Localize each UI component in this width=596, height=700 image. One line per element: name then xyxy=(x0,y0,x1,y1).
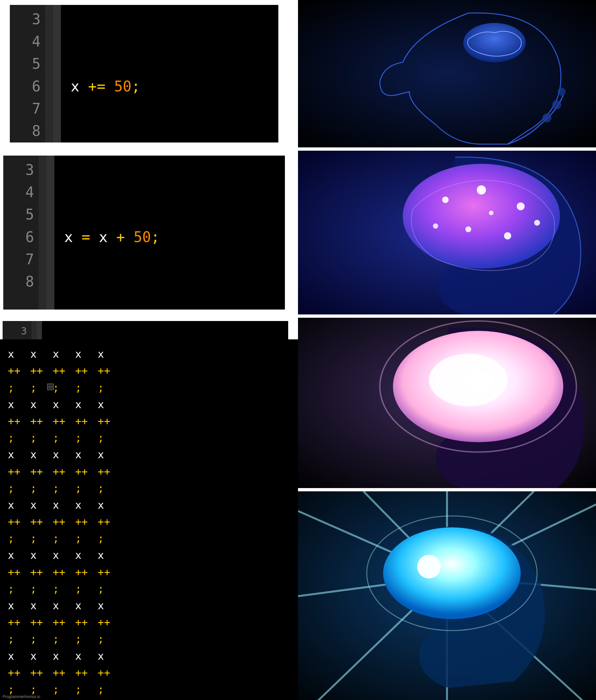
xpp-column: x++;x++;x++;x++;x++;x++;x++;x++;x++;x++; xyxy=(27,344,47,700)
svg-point-10 xyxy=(465,226,471,232)
svg-point-8 xyxy=(477,185,486,195)
meme-row-2: 3 4 5 6 7 8 x = x + 50; xyxy=(0,151,596,318)
xpp-line: x++; xyxy=(53,396,66,447)
xpp-line: x++; xyxy=(30,497,43,547)
svg-point-11 xyxy=(504,232,511,240)
brain-panel-2 xyxy=(298,151,596,315)
xpp-line: x++; xyxy=(98,648,110,698)
svg-point-2 xyxy=(542,113,551,123)
xpp-line: x++; xyxy=(30,547,43,598)
svg-point-13 xyxy=(534,220,540,226)
xpp-line: x++; xyxy=(98,447,110,497)
line-gutter: 3 4 5 6 7 8 xyxy=(10,5,45,143)
xpp-line: x++; xyxy=(53,497,66,547)
svg-point-6 xyxy=(403,164,560,269)
line-gutter: 3 4 5 6 7 8 xyxy=(3,156,38,309)
code-panel-2: 3 4 5 6 7 8 x = x + 50; xyxy=(0,151,298,315)
xpp-line: x++; xyxy=(75,497,88,547)
xpp-line: x++; xyxy=(8,447,21,497)
xpp-line: x++; xyxy=(75,698,88,700)
xpp-line: x++; xyxy=(75,547,88,598)
code-panel-4: x++;x++;x++;x++;x++;x++;x++;x++;x++;x++;… xyxy=(0,491,298,700)
code-area: x = x + 50; xyxy=(54,156,285,309)
code-area: x += 50; xyxy=(61,5,278,143)
xpp-line: x++; xyxy=(98,497,110,547)
xpp-line: x++; xyxy=(75,396,88,447)
svg-point-30 xyxy=(383,527,521,619)
xpp-line: x++; xyxy=(53,547,66,598)
xpp-line: x++; xyxy=(98,346,110,396)
xpp-column: x++;x++;x++;x++;x++;x++;x++;x++;x++;x++; xyxy=(5,344,24,700)
svg-point-4 xyxy=(558,88,566,96)
watermark: ProgrammerHumor.io xyxy=(1,694,42,699)
svg-point-18 xyxy=(429,354,508,406)
xpp-line: x++; xyxy=(30,396,43,447)
xpp-line: x++; xyxy=(75,447,88,497)
xpp-line: x++; xyxy=(30,346,43,396)
xpp-line: x++; xyxy=(53,447,66,497)
brain-panel-1 xyxy=(298,0,596,147)
brain-panel-4 xyxy=(298,491,596,700)
xpp-line: x++; xyxy=(98,547,110,598)
xpp-line: x++; xyxy=(30,648,43,698)
xpp-line: x++; xyxy=(75,598,88,648)
xpp-line: x++; xyxy=(8,346,21,396)
xpp-column: x++;x++;x++;x++;x++;x++;x++;x++;x++;x++; xyxy=(72,344,92,700)
code-panel-1: 3 4 5 6 7 8 x += 50; xyxy=(0,0,298,147)
xpp-line: x++; xyxy=(98,396,110,447)
xpp-line: x++; xyxy=(53,346,66,396)
xpp-line: x++; xyxy=(75,648,88,698)
svg-point-3 xyxy=(552,100,561,109)
xpp-line: x++; xyxy=(8,648,21,698)
xpp-line: x++; xyxy=(53,598,66,648)
xpp-column: x++;x++;x++;x++;x++;x++;x++;x++;x++;x++; xyxy=(49,344,69,700)
xpp-line: x++; xyxy=(98,598,110,648)
xpp-line: x++; xyxy=(8,396,21,447)
xpp-line: x++; xyxy=(98,698,110,700)
xpp-line: x++; xyxy=(53,698,66,700)
brain-panel-3 xyxy=(298,318,596,488)
fold-icon[interactable] xyxy=(47,383,54,390)
xpp-line: x++; xyxy=(53,648,66,698)
xpp-line: x++; xyxy=(30,598,43,648)
meme-row-4: x++;x++;x++;x++;x++;x++;x++;x++;x++;x++;… xyxy=(0,491,596,700)
xpp-column: x++;x++;x++;x++;x++;x++;x++;x++;x++;x++; xyxy=(94,344,114,700)
svg-point-12 xyxy=(433,223,438,229)
xpp-line: x++; xyxy=(8,598,21,648)
svg-point-9 xyxy=(517,202,525,210)
meme-row-1: 3 4 5 6 7 8 x += 50; xyxy=(0,0,596,151)
svg-point-31 xyxy=(417,555,441,578)
xpp-line: x++; xyxy=(75,346,88,396)
xpp-line: x++; xyxy=(8,547,21,598)
xpp-line: x++; xyxy=(30,447,43,497)
svg-point-7 xyxy=(442,197,449,203)
xpp-line: x++; xyxy=(8,497,21,547)
svg-point-14 xyxy=(489,210,493,215)
